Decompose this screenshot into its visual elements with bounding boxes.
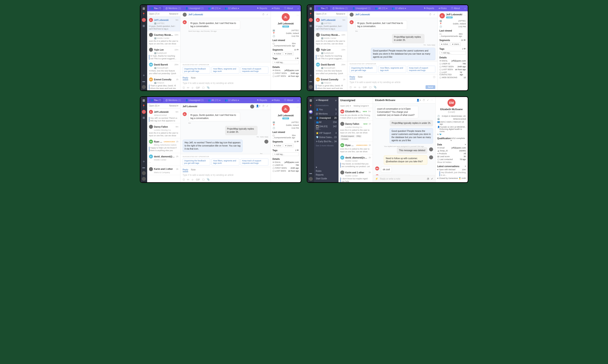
operator-suggestions: SUGGESTED BY OPERATOR Organizing the fee… xyxy=(181,62,271,75)
attach-icon[interactable]: 📎 xyxy=(207,86,210,89)
info-icon[interactable]: ⓘ xyxy=(433,76,435,79)
conv-item[interactable]: JLJeff Lebowski5m 🏢 JAPTEC Hi guys, Dumb… xyxy=(147,17,180,31)
book-icon[interactable]: ▬ xyxy=(142,79,146,83)
logo-icon[interactable]: ▥ xyxy=(142,6,146,11)
tab-about[interactable]: ⓘ About xyxy=(282,6,295,11)
bookmark-icon[interactable]: ◻ xyxy=(183,86,185,89)
search-icon[interactable]: ⌕ xyxy=(335,99,337,102)
close-icon[interactable]: ✓ xyxy=(266,13,268,16)
nav-all[interactable]: 👥 All234 xyxy=(314,120,338,124)
conv-item[interactable]: ECEmmet Connolly1h 🏢 Amazon That's a gre… xyxy=(147,76,180,90)
gif-icon[interactable]: GIF xyxy=(196,86,200,89)
send-icon[interactable]: ✈ xyxy=(142,74,146,78)
tab-you[interactable]: 👤 You (7) xyxy=(149,6,163,10)
top-tabs: 👤 You (7) @ Mentions (1) 👤 Unassigned (1… xyxy=(147,5,301,11)
nav-you[interactable]: 👤 You5 xyxy=(314,107,338,112)
image-icon[interactable]: ▢ xyxy=(202,86,205,89)
message-bubble: Hi guys, Dumb question, but I can't find… xyxy=(188,20,240,29)
tab-unassigned[interactable]: 👤 Unassigned (1) xyxy=(183,6,206,10)
left-rail: ▥📍♥▦✈▬ xyxy=(308,5,314,90)
grid-icon[interactable]: ▦ xyxy=(142,24,146,28)
snooze-icon[interactable]: ⏱ xyxy=(262,13,265,16)
add-tag[interactable]: + Add tag... xyxy=(272,61,299,64)
sort-filter[interactable]: Newest ▾ xyxy=(169,13,178,15)
tab-mentions[interactable]: @ Mentions (1) xyxy=(164,6,183,10)
note-tab[interactable]: Note xyxy=(191,77,195,80)
tab-rules[interactable]: ⇄ Rules xyxy=(270,6,282,10)
sidebar-nav: ↩ Respond⌕ Conversations 👤 You5 @ Mentio… xyxy=(314,97,338,182)
user-avatar[interactable] xyxy=(142,85,146,89)
open-filter[interactable]: Open (7) ▾ xyxy=(149,13,159,15)
nav-unassigned[interactable]: 👤 Unassigned20 xyxy=(314,116,338,120)
conv-item[interactable]: Courtney Murabito10m 🏢 Mobile Center eve… xyxy=(147,31,180,46)
reply-tab[interactable]: Reply xyxy=(183,77,188,80)
pin-icon[interactable]: 📍 xyxy=(142,12,146,16)
heart-icon[interactable]: ♥ xyxy=(142,18,146,22)
emoji-icon[interactable]: ☺ xyxy=(191,86,194,89)
left-rail: ▥ 📍 ♥ ▦ ✈ ▬ xyxy=(141,5,147,90)
list-title: Unassigned xyxy=(338,97,373,104)
tab-all[interactable]: 👥 All (23) ▾ xyxy=(207,6,222,10)
conversation-pane: Jeff Lebowski⏱✓ JLHi guys, Dumb question… xyxy=(181,11,271,90)
conv-item[interactable]: Yujin Lee10m 🏢 buddybuild Hi Yujin, than… xyxy=(147,46,180,61)
suggestion-chip[interactable]: Keep track of support requests and bugs xyxy=(241,66,268,74)
suggestion-chip[interactable]: Organizing the feedback you get with tag… xyxy=(183,66,210,74)
saved-icon[interactable]: ▭ xyxy=(187,86,189,89)
composer: ReplyNote Type # to add a saved reply or… xyxy=(181,75,271,90)
more-icon[interactable]: ⋯ xyxy=(297,14,299,17)
profile-panel: ⋯ JLJeff LebowskiUSER 🏢 JAPTEC📍 Dublin, … xyxy=(271,11,301,90)
send-button[interactable]: Send xyxy=(426,85,435,89)
conv-title: Jeff Lebowski xyxy=(188,13,260,16)
conversation-list: Open (7) ▾Newest ▾ JLJeff Lebowski5m 🏢 J… xyxy=(147,11,181,90)
lightning-icon[interactable]: ⚡ xyxy=(375,177,378,180)
composer-input[interactable]: Type # to add a saved reply or try sendi… xyxy=(183,81,268,85)
suggestion-chip[interactable]: How filters, segments and tags work xyxy=(212,66,239,74)
search-icon[interactable]: ⌕ xyxy=(298,7,299,10)
conv-item[interactable]: DBDavid Barrett20m 🏢 SweepBright Hi ther… xyxy=(147,61,180,76)
tab-others[interactable]: 👥 12 others ▾ xyxy=(223,6,241,10)
tab-reports[interactable]: ⚑ Reports xyxy=(255,6,269,10)
nav-mentions[interactable]: @ Mentions2 xyxy=(314,112,338,116)
